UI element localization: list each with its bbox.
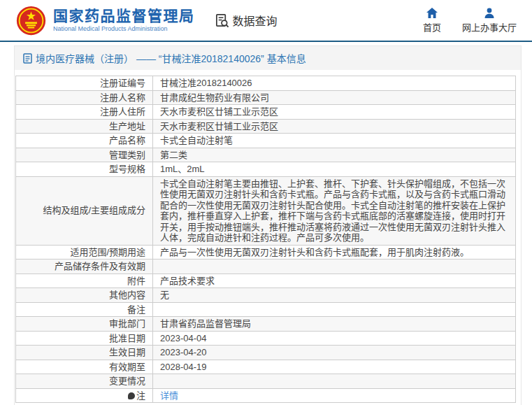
table-row: 批准日期2023-04-04 bbox=[16, 331, 516, 346]
table-row: 产品储存条件及有效期 bbox=[16, 260, 516, 274]
row-label: 结构及组成/主要组成成分 bbox=[16, 176, 153, 245]
row-value: 甘肃省药品监督管理局 bbox=[153, 317, 516, 332]
row-value: 产品与一次性使用无菌双刃注射针头和含药卡式瓶配套，用于肌肉注射药液。 bbox=[153, 245, 516, 260]
table-row: 生产地址天水市麦积区廿铺工业示范区 bbox=[16, 119, 516, 134]
home-icon bbox=[426, 8, 438, 18]
table-row: 生效日期2023-04-20 bbox=[16, 346, 516, 360]
site-title-cn: 国家药品监督管理局 bbox=[53, 8, 195, 24]
table-row: 产品名称卡式全自动注射笔 bbox=[16, 134, 516, 148]
row-value bbox=[153, 302, 516, 317]
row-value: 卡式全自动注射笔 bbox=[153, 134, 516, 148]
table-row: 适用范围/预期用途产品与一次性使用无菌双刃注射针头和含药卡式瓶配套，用于肌肉注射… bbox=[16, 245, 516, 260]
site-title-en: National Medical Products Administration bbox=[53, 26, 195, 33]
top-nav: 首页 网上办事大厅 bbox=[423, 8, 522, 34]
table-row: 管理类别第二类 bbox=[16, 148, 516, 162]
user-icon bbox=[484, 8, 495, 18]
row-label: 审批部门 bbox=[16, 317, 153, 332]
table-row: 有效期至2028-04-19 bbox=[16, 360, 516, 374]
data-query-button[interactable]: 数据查询 bbox=[215, 12, 278, 29]
row-value: 1mL、2mL bbox=[153, 162, 516, 177]
table-row: 注册证编号甘械注准20182140026 bbox=[16, 76, 516, 91]
table-row: 注册人住所天水市麦积区廿铺工业示范区 bbox=[16, 105, 516, 120]
document-search-icon bbox=[215, 13, 229, 28]
row-label: 注 bbox=[16, 388, 153, 403]
detail-link[interactable]: 详情 bbox=[160, 390, 178, 401]
national-emblem-icon bbox=[15, 5, 47, 36]
table-row: 型号规格1mL、2mL bbox=[16, 162, 516, 177]
row-label: 生产地址 bbox=[16, 119, 153, 134]
row-value: 甘械注准20182140026 bbox=[153, 76, 516, 91]
site-title-block: 国家药品监督管理局 National Medical Products Admi… bbox=[53, 8, 195, 33]
row-value: 天水市麦积区廿铺工业示范区 bbox=[153, 105, 516, 120]
note-icon bbox=[128, 392, 135, 399]
document-icon bbox=[23, 53, 32, 64]
row-value: 2028-04-19 bbox=[153, 360, 516, 374]
nmpa-logo[interactable]: 国家药品监督管理局 National Medical Products Admi… bbox=[15, 5, 195, 36]
data-query-label: 数据查询 bbox=[233, 12, 278, 29]
row-value bbox=[153, 260, 516, 274]
row-value: 甘肃成纪生物药业有限公司 bbox=[153, 90, 516, 105]
row-label: 生效日期 bbox=[16, 346, 153, 360]
registration-info-table: 注册证编号甘械注准20182140026注册人名称甘肃成纪生物药业有限公司注册人… bbox=[15, 76, 516, 403]
row-value: 2023-04-20 bbox=[153, 346, 516, 360]
table-row: 注册人名称甘肃成纪生物药业有限公司 bbox=[16, 90, 516, 105]
header-divider bbox=[0, 41, 532, 42]
breadcrumb: 境内医疗器械（注册） —— “甘械注准20182140026” 基本信息 bbox=[15, 46, 521, 70]
row-label: 有效期至 bbox=[16, 360, 153, 374]
breadcrumb-text: 境内医疗器械（注册） —— “甘械注准20182140026” 基本信息 bbox=[36, 51, 306, 65]
row-value bbox=[153, 374, 516, 389]
row-value: 2023-04-04 bbox=[153, 331, 516, 346]
table-row: 变更情况 bbox=[16, 374, 516, 389]
row-label: 批准日期 bbox=[16, 331, 153, 346]
row-label: 产品名称 bbox=[16, 134, 153, 148]
nav-hall-label: 网上办事大厅 bbox=[462, 20, 517, 34]
row-label: 备注 bbox=[16, 302, 153, 317]
table-row: 注详情 bbox=[16, 388, 516, 403]
table-row: 附件产品技术要求 bbox=[16, 273, 516, 288]
row-label: 适用范围/预期用途 bbox=[16, 245, 153, 260]
row-value: 产品技术要求 bbox=[153, 273, 516, 288]
row-label: 变更情况 bbox=[16, 374, 153, 389]
row-label: 型号规格 bbox=[16, 162, 153, 177]
table-row: 结构及组成/主要组成成分卡式全自动注射笔主要由推钮、上护套、推杆、下护套、针头保… bbox=[16, 176, 516, 245]
info-table-body: 注册证编号甘械注准20182140026注册人名称甘肃成纪生物药业有限公司注册人… bbox=[16, 76, 516, 403]
row-value: 详情 bbox=[153, 388, 516, 403]
row-label: 注册证编号 bbox=[16, 76, 153, 91]
row-label: 产品储存条件及有效期 bbox=[16, 260, 153, 274]
table-row: 其他内容无 bbox=[16, 288, 516, 303]
row-value: 无 bbox=[153, 288, 516, 303]
table-row: 审批部门甘肃省药品监督管理局 bbox=[16, 317, 516, 332]
nav-home[interactable]: 首页 bbox=[423, 8, 441, 34]
row-label: 附件 bbox=[16, 273, 153, 288]
nav-home-label: 首页 bbox=[423, 20, 441, 34]
row-label: 其他内容 bbox=[16, 288, 153, 303]
row-label: 管理类别 bbox=[16, 148, 153, 162]
row-value: 天水市麦积区廿铺工业示范区 bbox=[153, 119, 516, 134]
table-row: 备注 bbox=[16, 302, 516, 317]
row-label: 注册人名称 bbox=[16, 90, 153, 105]
content-panel: 境内医疗器械（注册） —— “甘械注准20182140026” 基本信息 注册证… bbox=[14, 45, 522, 405]
row-label: 注册人住所 bbox=[16, 105, 153, 120]
row-value: 第二类 bbox=[153, 148, 516, 162]
nav-online-service-hall[interactable]: 网上办事大厅 bbox=[462, 8, 517, 34]
site-header: 国家药品监督管理局 National Medical Products Admi… bbox=[0, 0, 532, 41]
row-value: 卡式全自动注射笔主要由推钮、上护套、推杆、下护套、针头保护帽组成，不包括一次性使… bbox=[153, 176, 516, 245]
